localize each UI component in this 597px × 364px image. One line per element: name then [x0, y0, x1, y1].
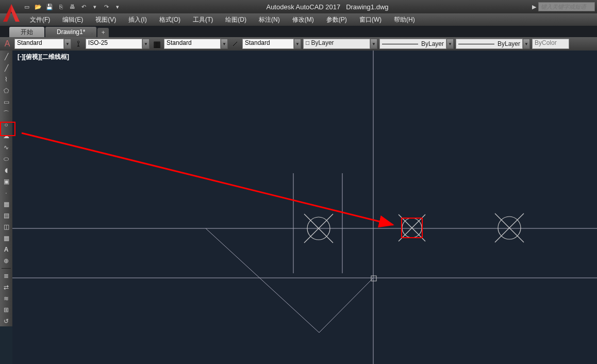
xline-tool[interactable]: ╱ [1, 63, 11, 73]
svg-line-5 [206, 228, 319, 333]
menu-format[interactable]: 格式(O) [153, 15, 187, 24]
gradient-tool[interactable]: ▤ [1, 210, 11, 221]
dimstyle-select[interactable]: ISO-25 [86, 39, 142, 49]
redo-icon[interactable]: ↷ [101, 2, 111, 12]
chevron-down-icon[interactable]: ▼ [446, 39, 454, 49]
point-tool[interactable]: · [1, 188, 11, 198]
menu-edit[interactable]: 编辑(E) [56, 15, 89, 24]
quick-access-toolbar: ▭ 📂 💾 ⎘ 🖶 ↶ ▾ ↷ ▾ [22, 2, 123, 12]
chevron-down-icon[interactable]: ▼ [64, 39, 71, 49]
menu-modify[interactable]: 修改(M) [286, 15, 320, 24]
undo-dropdown-icon[interactable]: ▾ [90, 2, 100, 12]
color-select[interactable]: ByColor [532, 39, 569, 49]
open-icon[interactable]: 📂 [33, 2, 43, 12]
rectangle-tool[interactable]: ▭ [1, 97, 11, 107]
arc-tool[interactable]: ⌒ [1, 108, 11, 119]
tab-add-button[interactable]: + [97, 28, 109, 37]
menu-file[interactable]: 文件(F) [24, 15, 56, 24]
draw-toolbar: ╱ ╱ ⌇ ⬠ ▭ ⌒ ○ ☁ ∿ ⬭ ◖ ▣ · ▦ ▤ ◫ ▦ A ⊕ ≣ … [0, 51, 12, 326]
plot-icon[interactable]: 🖶 [67, 2, 77, 12]
title-bar: ▭ 📂 💾 ⎘ 🖶 ↶ ▾ ↷ ▾ Autodesk AutoCAD 2017 … [0, 0, 597, 13]
layerprev-tool[interactable]: ↺ [1, 316, 11, 326]
tab-drawing1[interactable]: Drawing1*× [45, 27, 96, 37]
menu-window[interactable]: 窗口(W) [353, 15, 388, 24]
drawing-area[interactable]: [-][俯视][二维线框] [12, 51, 597, 364]
layer-select[interactable]: □ ByLayer [303, 39, 370, 49]
ellipse-tool[interactable]: ⬭ [1, 154, 11, 164]
menu-dim[interactable]: 标注(N) [253, 15, 286, 24]
ellipsearc-tool[interactable]: ◖ [1, 165, 11, 175]
spline-tool[interactable]: ∿ [1, 142, 11, 153]
tab-start[interactable]: 开始 [9, 27, 44, 37]
svg-line-18 [22, 133, 393, 225]
menu-tools[interactable]: 工具(T) [187, 15, 219, 24]
redo-dropdown-icon[interactable]: ▾ [112, 2, 123, 12]
mlstyle-icon[interactable]: ⟋ [230, 39, 240, 49]
save-icon[interactable]: 💾 [44, 2, 55, 12]
hatch-tool[interactable]: ▦ [1, 199, 11, 209]
chevron-down-icon[interactable]: ▼ [294, 39, 301, 49]
undo-icon[interactable]: ↶ [78, 2, 89, 12]
menu-insert[interactable]: 插入(I) [122, 15, 153, 24]
menu-param[interactable]: 参数(P) [320, 15, 353, 24]
document-tabs: 开始 Drawing1*× + [0, 26, 597, 37]
chevron-down-icon[interactable]: ▼ [221, 39, 228, 49]
close-icon[interactable]: × [91, 29, 94, 39]
window-title: Autodesk AutoCAD 2017 Drawing1.dwg [123, 3, 532, 11]
layermatch-tool[interactable]: ⊞ [1, 305, 11, 315]
menu-bar: 文件(F) 编辑(E) 视图(V) 插入(I) 格式(O) 工具(T) 绘图(D… [0, 13, 597, 26]
app-menu-button[interactable] [1, 2, 22, 24]
layer-tool[interactable]: ≣ [1, 271, 11, 281]
layeriso-tool[interactable]: ≋ [1, 293, 11, 304]
line-tool[interactable]: ╱ [1, 52, 11, 62]
search-input[interactable] [538, 2, 595, 11]
match-tool[interactable]: ⇄ [1, 282, 11, 292]
mlstyle-select[interactable]: Standard [242, 39, 294, 49]
canvas [12, 51, 597, 364]
polyline-tool[interactable]: ⌇ [1, 74, 11, 85]
svg-rect-16 [371, 276, 376, 281]
chevron-down-icon[interactable]: ▼ [370, 39, 377, 49]
property-bar: A Standard▼ ⟟ ISO-25▼ ▦ Standard▼ ⟋ Stan… [0, 37, 597, 51]
tablestyle-select[interactable]: Standard [164, 39, 221, 49]
new-icon[interactable]: ▭ [22, 2, 32, 12]
mtext-tool[interactable]: A [1, 244, 11, 255]
menu-help[interactable]: 帮助(H) [388, 15, 421, 24]
chevron-down-icon[interactable]: ▼ [142, 39, 150, 49]
highlight-box-mark [401, 218, 423, 238]
dimstyle-icon[interactable]: ⟟ [73, 39, 84, 49]
separator [2, 268, 11, 269]
menu-view[interactable]: 视图(V) [89, 15, 122, 24]
saveas-icon[interactable]: ⎘ [56, 2, 66, 12]
highlight-box-tool [0, 122, 15, 136]
block-tool[interactable]: ▣ [1, 176, 11, 187]
table-tool[interactable]: ▦ [1, 233, 11, 243]
lineweight-select[interactable]: ByLayer [456, 39, 523, 49]
linetype-select[interactable]: ByLayer [379, 39, 446, 49]
textstyle-select[interactable]: Standard [14, 39, 64, 49]
region-tool[interactable]: ◫ [1, 222, 11, 232]
menu-draw[interactable]: 绘图(D) [219, 15, 253, 24]
arrow-right-icon[interactable]: ▶ [532, 4, 536, 10]
polygon-tool[interactable]: ⬠ [1, 86, 11, 96]
addselect-tool[interactable]: ⊕ [1, 256, 11, 266]
textstyle-icon[interactable]: A [2, 39, 12, 49]
svg-line-6 [319, 278, 373, 333]
chevron-down-icon[interactable]: ▼ [523, 39, 530, 49]
tablestyle-icon[interactable]: ▦ [152, 39, 162, 49]
